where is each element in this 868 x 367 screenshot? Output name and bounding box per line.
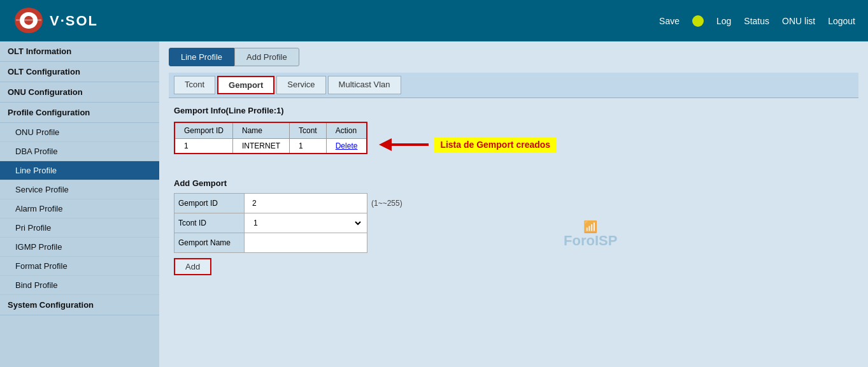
sub-tab-service[interactable]: Service bbox=[276, 76, 325, 94]
tcont-id-select[interactable]: 1 2 3 4 bbox=[248, 216, 363, 230]
sub-tab-tcont[interactable]: Tcont bbox=[174, 76, 215, 94]
sidebar-item-profile-configuration[interactable]: Profile Configuration bbox=[0, 103, 159, 123]
sidebar-item-service-profile[interactable]: Service Profile bbox=[0, 180, 159, 199]
gemport-name-input[interactable] bbox=[248, 236, 363, 250]
tcont-id-cell: 1 2 3 4 bbox=[245, 213, 367, 233]
tab-line-profile[interactable]: Line Profile bbox=[169, 48, 234, 66]
vsol-logo-icon bbox=[13, 6, 45, 35]
add-gemport-title: Add Gemport bbox=[174, 178, 858, 188]
sidebar-item-onu-configuration[interactable]: ONU Configuration bbox=[0, 82, 159, 103]
cell-tcont: 1 bbox=[290, 139, 327, 154]
sidebar-item-bind-profile[interactable]: Bind Profile bbox=[0, 276, 159, 295]
header-right: Save Log Status ONU list Logout bbox=[169, 15, 855, 27]
log-link[interactable]: Log bbox=[716, 16, 731, 26]
sidebar-item-olt-configuration[interactable]: OLT Configuration bbox=[0, 62, 159, 82]
delete-link[interactable]: Delete bbox=[336, 141, 358, 150]
sidebar-item-system-configuration[interactable]: System Configuration bbox=[0, 295, 159, 315]
col-action: Action bbox=[326, 122, 367, 139]
form-row-gemport-name: Gemport Name bbox=[174, 233, 407, 253]
gemport-info-title: Gemport Info(Line Profile:1) bbox=[174, 106, 858, 115]
sidebar: OLT Information OLT Configuration ONU Co… bbox=[0, 41, 159, 367]
status-link[interactable]: Status bbox=[744, 16, 769, 26]
sidebar-item-line-profile[interactable]: Line Profile bbox=[0, 161, 159, 180]
gemport-name-cell bbox=[245, 233, 367, 253]
top-tabs: Line Profile Add Profile bbox=[169, 48, 858, 66]
sidebar-item-dba-profile[interactable]: DBA Profile bbox=[0, 142, 159, 161]
sidebar-item-format-profile[interactable]: Format Profile bbox=[0, 257, 159, 276]
table-row: 1 INTERNET 1 Delete bbox=[174, 139, 367, 154]
save-label: Save bbox=[659, 16, 679, 26]
logout-link[interactable]: Logout bbox=[828, 16, 855, 26]
annotation-arrow bbox=[379, 138, 429, 151]
sub-tabs: Tcont Gemport Service Multicast Vlan bbox=[169, 73, 858, 98]
annotation-label: Lista de Gemport creados bbox=[434, 137, 557, 152]
gemport-id-input[interactable] bbox=[248, 196, 363, 210]
arrow-line bbox=[390, 143, 429, 146]
logo-area: V·SOL bbox=[13, 6, 169, 35]
logo-text: V·SOL bbox=[50, 13, 98, 29]
gemport-id-label: Gemport ID bbox=[174, 194, 245, 213]
col-gemport-id: Gemport ID bbox=[174, 122, 233, 139]
gemport-id-cell bbox=[245, 194, 367, 213]
sidebar-item-igmp-profile[interactable]: IGMP Profile bbox=[0, 238, 159, 257]
header: V·SOL Save Log Status ONU list Logout bbox=[0, 0, 868, 41]
gemport-table: Gemport ID Name Tcont Action 1 INTERNET … bbox=[174, 122, 367, 154]
sidebar-item-onu-profile[interactable]: ONU Profile bbox=[0, 123, 159, 142]
cell-action[interactable]: Delete bbox=[326, 139, 367, 154]
col-tcont: Tcont bbox=[290, 122, 327, 139]
cell-gemport-id: 1 bbox=[174, 139, 233, 154]
add-button[interactable]: Add bbox=[174, 258, 211, 275]
gemport-name-label: Gemport Name bbox=[174, 233, 245, 253]
add-gemport-form: Gemport ID (1~~255) Tcont ID 1 2 3 bbox=[174, 193, 407, 253]
gemport-id-range: (1~~255) bbox=[367, 194, 407, 213]
arrow-head-icon bbox=[379, 138, 392, 151]
content-area: Line Profile Add Profile Tcont Gemport S… bbox=[159, 41, 868, 367]
tab-add-profile[interactable]: Add Profile bbox=[234, 48, 299, 66]
col-name: Name bbox=[233, 122, 290, 139]
sub-tab-multicast-vlan[interactable]: Multicast Vlan bbox=[328, 76, 401, 94]
tcont-id-label: Tcont ID bbox=[174, 213, 245, 233]
form-row-gemport-id: Gemport ID (1~~255) bbox=[174, 194, 407, 213]
sidebar-item-pri-profile[interactable]: Pri Profile bbox=[0, 219, 159, 238]
cell-name: INTERNET bbox=[233, 139, 290, 154]
sidebar-item-olt-information[interactable]: OLT Information bbox=[0, 41, 159, 62]
sidebar-item-alarm-profile[interactable]: Alarm Profile bbox=[0, 199, 159, 219]
status-indicator bbox=[692, 15, 704, 27]
form-row-tcont-id: Tcont ID 1 2 3 4 bbox=[174, 213, 407, 233]
svg-rect-3 bbox=[16, 19, 41, 21]
watermark: 📶 ForoISP bbox=[564, 220, 617, 249]
sub-tab-gemport[interactable]: Gemport bbox=[217, 76, 274, 94]
onu-list-link[interactable]: ONU list bbox=[782, 16, 815, 26]
main-layout: OLT Information OLT Configuration ONU Co… bbox=[0, 41, 868, 367]
